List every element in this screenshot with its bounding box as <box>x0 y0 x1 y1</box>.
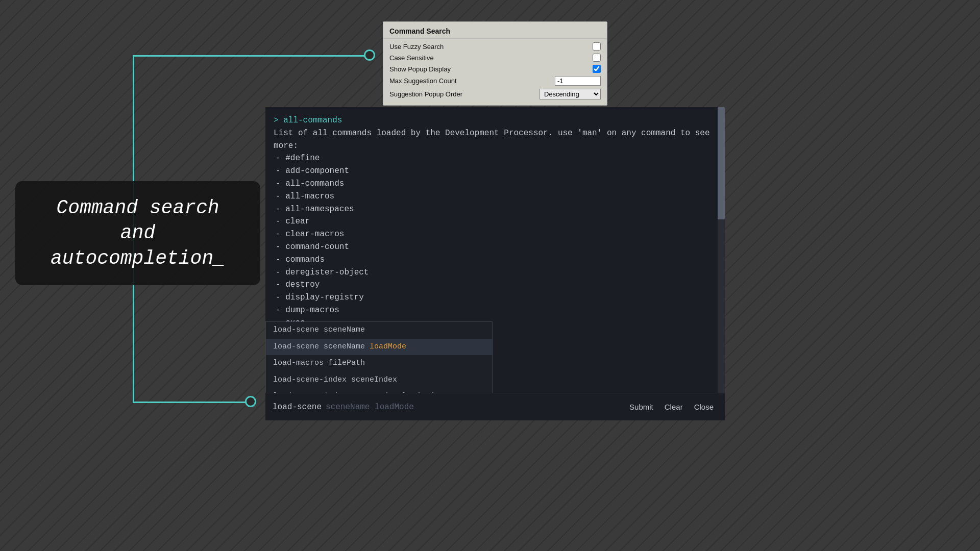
case-sensitive-label: Case Sensitive <box>389 54 593 62</box>
clear-button[interactable]: Clear <box>660 400 687 413</box>
list-item-7: - command-count <box>274 241 717 254</box>
popup-order-label: Suggestion Popup Order <box>389 90 540 98</box>
popup-order-select[interactable]: Ascending Descending <box>540 89 601 99</box>
settings-row-max-count: Max Suggestion Count <box>383 74 607 87</box>
show-popup-label: Show Popup Display <box>389 65 593 73</box>
terminal-prompt-line: > all-commands <box>274 114 717 127</box>
fuzzy-search-label: Use Fuzzy Search <box>389 43 593 51</box>
input-text-placeholder: sceneName loadMode <box>326 403 414 412</box>
show-popup-checkbox[interactable] <box>593 65 601 73</box>
submit-button[interactable]: Submit <box>625 400 657 413</box>
list-item-5: - clear <box>274 215 717 228</box>
settings-row-popup: Show Popup Display <box>383 63 607 74</box>
connector-line-horizontal <box>133 55 370 57</box>
list-item-10: - destroy <box>274 279 717 291</box>
label-text: Command search and autocompletion_ <box>34 195 242 271</box>
autocomplete-item-1[interactable]: load-scene sceneName loadMode <box>266 339 492 356</box>
autocomplete-item-3[interactable]: load-scene-index sceneIndex <box>266 372 492 389</box>
autocomplete-item-0[interactable]: load-scene sceneName <box>266 322 492 339</box>
fuzzy-search-checkbox[interactable] <box>593 42 601 51</box>
connector-dot-bottom <box>245 396 256 407</box>
connector-line-horizontal-2 <box>133 402 250 403</box>
list-item-12: - dump-macros <box>274 304 717 317</box>
case-sensitive-checkbox[interactable] <box>593 54 601 62</box>
settings-row-fuzzy: Use Fuzzy Search <box>383 41 607 52</box>
settings-panel: Command Search Use Fuzzy Search Case Sen… <box>383 21 607 106</box>
list-item-2: - all-commands <box>274 178 717 190</box>
input-bar-buttons: Submit Clear Close <box>625 400 725 413</box>
label-box: Command search and autocompletion_ <box>15 181 260 285</box>
close-button[interactable]: Close <box>690 400 718 413</box>
settings-row-order: Suggestion Popup Order Ascending Descend… <box>383 87 607 101</box>
list-item-0: - #define <box>274 152 717 165</box>
list-item-9: - deregister-object <box>274 266 717 279</box>
terminal-scrollbar[interactable] <box>718 107 725 398</box>
autocomplete-item-1-base: load-scene sceneName <box>273 342 370 351</box>
settings-row-case: Case Sensitive <box>383 52 607 63</box>
list-item-4: - all-namespaces <box>274 203 717 216</box>
connector-dot-top <box>364 49 375 61</box>
input-text-main: load-scene <box>273 403 322 412</box>
max-suggestion-input[interactable] <box>555 76 601 86</box>
input-bar: load-scene sceneName loadMode Submit Cle… <box>265 393 725 420</box>
scrollbar-thumb[interactable] <box>718 107 725 219</box>
autocomplete-item-2[interactable]: load-macros filePath <box>266 355 492 372</box>
list-item-8: - commands <box>274 254 717 266</box>
list-item-1: - add-component <box>274 165 717 178</box>
settings-title: Command Search <box>383 25 607 39</box>
terminal-content: > all-commands List of all commands load… <box>265 107 725 337</box>
terminal-description: List of all commands loaded by the Devel… <box>274 127 717 153</box>
prompt-symbol: > <box>274 116 283 125</box>
max-suggestion-label: Max Suggestion Count <box>389 77 555 85</box>
list-item-11: - display-registry <box>274 291 717 304</box>
list-item-3: - all-macros <box>274 190 717 203</box>
list-item-6: - clear-macros <box>274 228 717 241</box>
autocomplete-item-1-highlight: loadMode <box>370 342 406 351</box>
input-bar-content: load-scene sceneName loadMode <box>265 403 625 412</box>
terminal-command: all-commands <box>283 116 342 125</box>
